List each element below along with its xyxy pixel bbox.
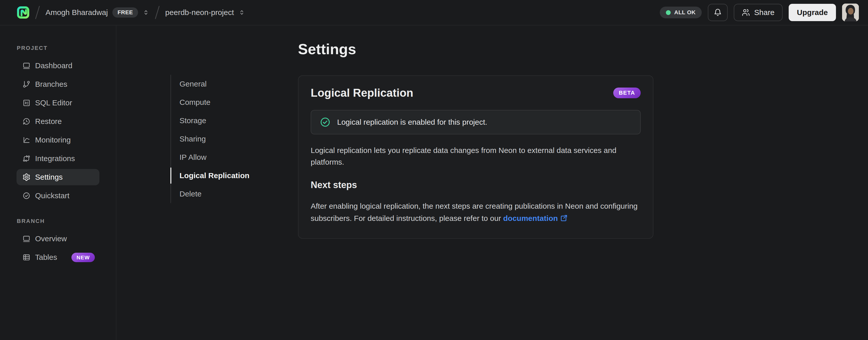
sidebar-section-project: PROJECT xyxy=(17,45,116,51)
terminal-square-icon xyxy=(22,99,31,107)
topbar-actions: ALL OK Share Upgrade xyxy=(660,4,859,21)
main-panel: Settings General Compute Storage Sharing… xyxy=(117,25,868,340)
settings-nav-ip-allow[interactable]: IP Allow xyxy=(171,148,249,166)
users-icon xyxy=(742,8,750,17)
org-name: Amogh Bharadwaj xyxy=(45,8,108,17)
sidebar-item-monitoring[interactable]: Monitoring xyxy=(17,132,99,148)
next-steps-text-body: After enabling logical replication, the … xyxy=(311,202,638,222)
breadcrumb-divider xyxy=(35,6,40,19)
project-selector[interactable]: peerdb-neon-project xyxy=(165,8,245,17)
share-button[interactable]: Share xyxy=(734,4,782,21)
neon-logo-icon xyxy=(17,6,30,19)
sidebar-item-settings[interactable]: Settings xyxy=(17,169,99,185)
upgrade-button[interactable]: Upgrade xyxy=(789,4,836,21)
status-badge[interactable]: ALL OK xyxy=(660,7,702,18)
content: PROJECT Dashboard Branches SQL Editor xyxy=(0,25,868,340)
external-link-icon[interactable] xyxy=(560,214,568,222)
plan-badge: FREE xyxy=(113,7,138,18)
beta-badge: BETA xyxy=(613,88,641,98)
sidebar-item-label: Integrations xyxy=(35,154,75,163)
page-title: Settings xyxy=(298,42,868,56)
sidebar-item-label: Monitoring xyxy=(35,136,71,144)
settings-nav-compute[interactable]: Compute xyxy=(171,93,249,111)
sidebar-item-label: Quickstart xyxy=(35,191,69,200)
sidebar-item-branches[interactable]: Branches xyxy=(17,76,99,92)
history-icon xyxy=(22,117,31,125)
settings-nav-logical-replication[interactable]: Logical Replication xyxy=(171,166,249,185)
new-badge: NEW xyxy=(71,253,95,262)
chart-line-icon xyxy=(22,136,31,144)
window-icon xyxy=(22,62,31,70)
status-ok-dot xyxy=(666,10,671,15)
sidebar: PROJECT Dashboard Branches SQL Editor xyxy=(0,25,117,340)
sidebar-item-label: Overview xyxy=(35,234,67,243)
sidebar-item-sql-editor[interactable]: SQL Editor xyxy=(17,95,99,111)
check-circle-icon xyxy=(22,192,31,200)
bell-icon xyxy=(713,8,722,17)
neon-logo[interactable] xyxy=(17,6,30,19)
notifications-button[interactable] xyxy=(708,4,727,21)
chevron-updown-icon xyxy=(239,9,245,16)
breadcrumb: Amogh Bharadwaj FREE peerdb-neon-project xyxy=(17,6,660,19)
table-icon xyxy=(22,253,31,261)
chevron-updown-icon xyxy=(143,9,149,16)
sidebar-item-overview[interactable]: Overview xyxy=(17,231,99,247)
project-name: peerdb-neon-project xyxy=(165,8,234,17)
success-alert: Logical replication is enabled for this … xyxy=(311,110,641,134)
sync-arrows-icon xyxy=(22,154,31,163)
gear-icon xyxy=(22,173,31,181)
org-selector[interactable]: Amogh Bharadwaj FREE xyxy=(45,7,149,18)
logical-replication-card: Logical Replication BETA Logical replica… xyxy=(298,75,653,239)
status-label: ALL OK xyxy=(674,9,695,16)
sidebar-item-dashboard[interactable]: Dashboard xyxy=(17,58,99,74)
avatar-image xyxy=(842,4,859,21)
sidebar-item-restore[interactable]: Restore xyxy=(17,113,99,130)
sidebar-item-tables[interactable]: Tables NEW xyxy=(17,249,99,265)
card-title: Logical Replication xyxy=(311,87,413,99)
next-steps-text: After enabling logical replication, the … xyxy=(311,200,641,224)
sidebar-item-label: Tables xyxy=(35,253,57,262)
settings-nav-storage[interactable]: Storage xyxy=(171,111,249,130)
git-branch-icon xyxy=(22,80,31,88)
topbar: Amogh Bharadwaj FREE peerdb-neon-project… xyxy=(0,0,868,25)
alert-text: Logical replication is enabled for this … xyxy=(337,118,487,126)
settings-nav: General Compute Storage Sharing IP Allow… xyxy=(170,75,249,203)
share-label: Share xyxy=(754,8,774,17)
sidebar-item-label: Settings xyxy=(35,173,63,181)
settings-nav-general[interactable]: General xyxy=(171,75,249,93)
card-header: Logical Replication BETA xyxy=(311,87,641,99)
sidebar-item-label: SQL Editor xyxy=(35,98,72,107)
user-avatar[interactable] xyxy=(842,4,859,21)
upgrade-label: Upgrade xyxy=(797,8,828,17)
card-description: Logical replication lets you replicate d… xyxy=(311,145,641,168)
breadcrumb-divider xyxy=(155,6,160,19)
documentation-link[interactable]: documentation xyxy=(503,214,558,222)
settings-nav-delete[interactable]: Delete xyxy=(171,185,249,203)
sidebar-item-quickstart[interactable]: Quickstart xyxy=(17,188,99,204)
settings-nav-sharing[interactable]: Sharing xyxy=(171,130,249,148)
sidebar-item-label: Restore xyxy=(35,117,62,126)
next-steps-title: Next steps xyxy=(311,180,641,190)
sidebar-item-label: Branches xyxy=(35,80,67,89)
sidebar-item-integrations[interactable]: Integrations xyxy=(17,150,99,167)
sidebar-item-label: Dashboard xyxy=(35,61,72,70)
check-circle-icon xyxy=(320,117,331,128)
window-icon xyxy=(22,235,31,243)
sidebar-section-branch: BRANCH xyxy=(17,218,116,224)
